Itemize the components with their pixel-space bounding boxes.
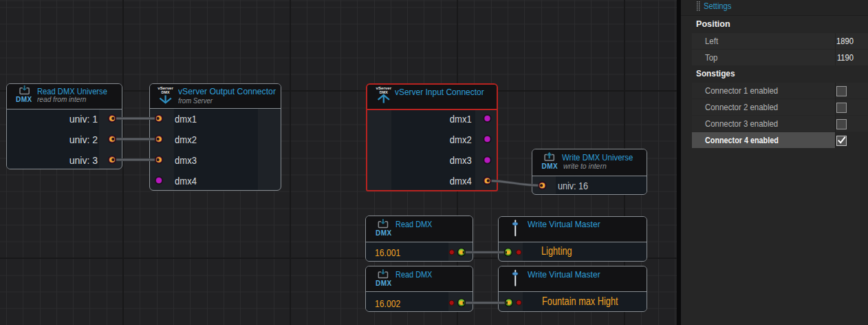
svg-text:DMX: DMX [380,90,388,94]
svg-text:DMX: DMX [162,90,170,94]
svg-text:vServer: vServer [376,85,391,90]
svg-text:vServer: vServer [158,85,173,90]
